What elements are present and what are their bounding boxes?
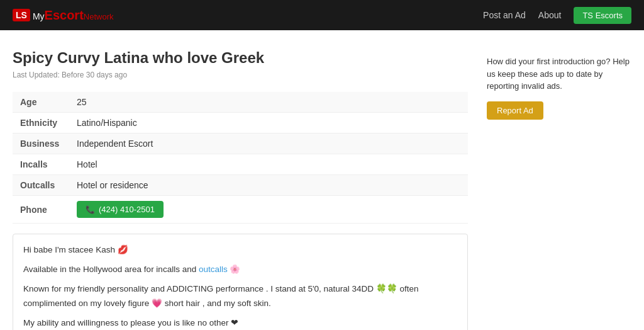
last-updated: Last Updated: Before 30 days ago bbox=[13, 71, 468, 79]
business-value: Independent Escort bbox=[69, 134, 468, 154]
table-row-incalls: Incalls Hotel bbox=[13, 154, 468, 175]
desc-line-4: My ability and willingness to please you… bbox=[23, 316, 457, 330]
business-label: Business bbox=[13, 134, 69, 154]
description-box: Hi babe I'm stacee Kash 💋 Available in t… bbox=[13, 234, 468, 330]
table-row-outcalls: Outcalls Hotel or residence bbox=[13, 175, 468, 196]
age-value: 25 bbox=[69, 92, 468, 113]
sidebar: How did your first introduction go? Help… bbox=[487, 49, 631, 330]
table-row-business: Business Independent Escort bbox=[13, 134, 468, 154]
report-ad-button[interactable]: Report Ad bbox=[487, 101, 543, 120]
desc-line-1: Hi babe I'm stacee Kash 💋 bbox=[23, 243, 457, 258]
phone-button[interactable]: 📞 (424) 410-2501 bbox=[77, 201, 164, 218]
info-table: Age 25 Ethnicity Latino/Hispanic Busines… bbox=[13, 92, 468, 224]
ethnicity-value: Latino/Hispanic bbox=[69, 113, 468, 134]
incalls-label: Incalls bbox=[13, 154, 69, 175]
table-row-phone: Phone 📞 (424) 410-2501 bbox=[13, 196, 468, 224]
desc-line-3: Known for my friendly personality and AD… bbox=[23, 282, 457, 311]
table-row-ethnicity: Ethnicity Latino/Hispanic bbox=[13, 113, 468, 134]
nav-post-ad[interactable]: Post an Ad bbox=[483, 10, 526, 20]
listing-title: Spicy Curvy Latina who love Greek bbox=[13, 49, 468, 67]
logo: LS MyEscortNetwork bbox=[13, 8, 114, 23]
outcalls-label: Outcalls bbox=[13, 175, 69, 196]
main-nav: Post an Ad About TS Escorts bbox=[483, 7, 631, 24]
ethnicity-label: Ethnicity bbox=[13, 113, 69, 134]
outcalls-value: Hotel or residence bbox=[69, 175, 468, 196]
phone-icon: 📞 bbox=[86, 205, 95, 214]
site-header: LS MyEscortNetwork Post an Ad About TS E… bbox=[0, 0, 644, 30]
outcalls-link[interactable]: outcalls bbox=[199, 265, 228, 274]
main-container: Spicy Curvy Latina who love Greek Last U… bbox=[0, 30, 644, 330]
logo-text: MyEscortNetwork bbox=[33, 8, 114, 23]
phone-number: (424) 410-2501 bbox=[99, 205, 155, 214]
age-label: Age bbox=[13, 92, 69, 113]
logo-icon: LS bbox=[13, 9, 30, 21]
sidebar-help-text: How did your first introduction go? Help… bbox=[487, 55, 631, 93]
phone-label: Phone bbox=[13, 196, 69, 224]
incalls-value: Hotel bbox=[69, 154, 468, 175]
phone-value: 📞 (424) 410-2501 bbox=[69, 196, 468, 224]
table-row-age: Age 25 bbox=[13, 92, 468, 113]
nav-ts-escorts-button[interactable]: TS Escorts bbox=[574, 7, 631, 24]
desc-line-2: Available in the Hollywood area for inca… bbox=[23, 263, 457, 277]
nav-about[interactable]: About bbox=[538, 10, 562, 20]
listing-content: Spicy Curvy Latina who love Greek Last U… bbox=[13, 49, 468, 330]
